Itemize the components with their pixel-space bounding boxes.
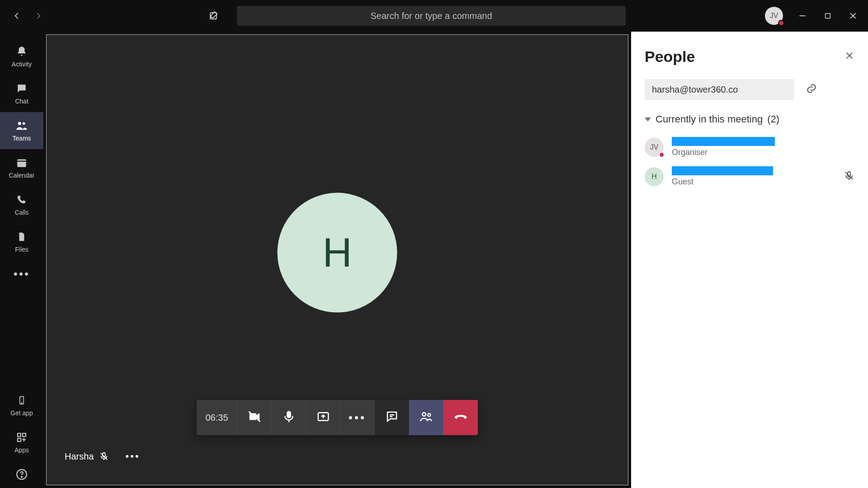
compose-button[interactable] [206,8,222,23]
nav-back-button[interactable] [9,8,24,23]
bell-icon [15,45,28,58]
rail-label: Chat [15,98,28,105]
files-icon [15,230,28,243]
svg-point-15 [422,413,426,416]
participant-avatar: H [645,167,664,186]
section-count: (2) [767,113,779,125]
participant-avatar: JV [645,138,664,157]
rail-more-button[interactable]: ••• [0,260,43,287]
participant-row[interactable]: JVOrganiser [645,132,854,162]
search-placeholder: Search for or type a command [370,11,492,21]
invite-input[interactable] [645,79,794,100]
svg-point-6 [21,403,22,404]
rail-label: Get app [10,409,33,417]
participant-role: Guest [672,177,773,187]
participant-info: Guest [672,166,773,187]
share-screen-button[interactable] [306,400,340,435]
participant-more-button[interactable]: ••• [125,450,140,462]
meeting-stage: H Harsha ••• 06:35 [46,34,628,485]
copy-link-button[interactable] [806,83,817,96]
svg-point-16 [428,413,430,416]
search-input[interactable]: Search for or type a command [237,6,626,26]
nav-forward-button[interactable] [31,8,46,23]
participant-role: Organiser [672,148,775,157]
people-panel: People Currently in this meeting (2) JVO… [631,32,868,488]
phone-icon [15,193,28,206]
window-maximize-button[interactable] [822,10,834,22]
rail-item-activity[interactable]: Activity [0,38,43,75]
participant-label: Harsha ••• [65,450,140,462]
presence-busy-icon [778,20,784,26]
chat-bubble-icon [385,410,399,425]
mic-muted-icon [99,451,109,461]
svg-point-11 [21,476,22,477]
avatar-initial: H [323,230,352,276]
participant-avatar-large: H [278,193,397,313]
mic-icon [282,410,296,425]
call-timer: 06:35 [197,400,237,435]
rail-label: Calls [14,209,28,216]
rail-label: Files [15,246,28,253]
rail-item-teams[interactable]: Teams [0,112,43,149]
svg-rect-1 [826,14,830,19]
participants-section-toggle[interactable]: Currently in this meeting (2) [645,113,854,125]
mobile-icon [15,394,28,407]
participant-row[interactable]: HGuest [645,162,854,191]
show-participants-button[interactable] [409,400,443,435]
rail-label: Teams [12,135,31,142]
camera-toggle-button[interactable] [237,400,272,435]
caret-down-icon [645,117,651,122]
camera-off-icon [248,410,261,425]
svg-rect-4 [17,159,26,167]
rail-label: Apps [14,446,29,454]
calendar-icon [15,156,28,169]
rail-label: Activity [12,61,32,68]
hang-up-button[interactable] [443,400,478,435]
mic-muted-icon [844,170,854,183]
help-icon [15,468,28,481]
current-user-avatar[interactable]: JV [765,7,783,25]
apps-icon [15,431,28,444]
people-icon [420,410,433,425]
rail-label: Calendar [9,172,35,179]
show-chat-button[interactable] [375,400,409,435]
rail-item-getapp[interactable]: Get app [0,387,43,424]
more-actions-button[interactable]: ••• [340,400,375,435]
svg-rect-9 [18,438,21,441]
rail-item-help[interactable] [0,461,43,488]
people-panel-close-button[interactable] [844,51,854,63]
call-control-bar: 06:35 ••• [197,400,478,435]
teams-icon [15,119,28,132]
mic-toggle-button[interactable] [272,400,306,435]
rail-item-calls[interactable]: Calls [0,186,43,223]
share-icon [316,410,330,425]
hang-up-icon [454,410,467,425]
svg-point-2 [18,122,21,125]
svg-point-3 [23,122,25,125]
rail-item-chat[interactable]: Chat [0,75,43,112]
participant-name-redacted [672,166,773,175]
rail-item-files[interactable]: Files [0,223,43,260]
svg-rect-13 [287,412,291,418]
presence-busy-icon [659,152,665,158]
rail-item-apps[interactable]: Apps [0,424,43,461]
app-rail: Activity Chat Teams Calendar Calls [0,32,43,488]
participant-info: Organiser [672,137,775,157]
chat-icon [15,82,28,95]
participant-name-redacted [672,137,775,146]
people-panel-title: People [645,48,695,66]
avatar-initials: JV [770,12,778,20]
rail-item-calendar[interactable]: Calendar [0,149,43,186]
svg-rect-7 [18,433,21,436]
section-label: Currently in this meeting [656,113,763,125]
participant-name: Harsha [65,451,94,462]
svg-rect-8 [23,433,26,436]
window-close-button[interactable] [847,10,859,22]
window-minimize-button[interactable] [797,10,808,22]
